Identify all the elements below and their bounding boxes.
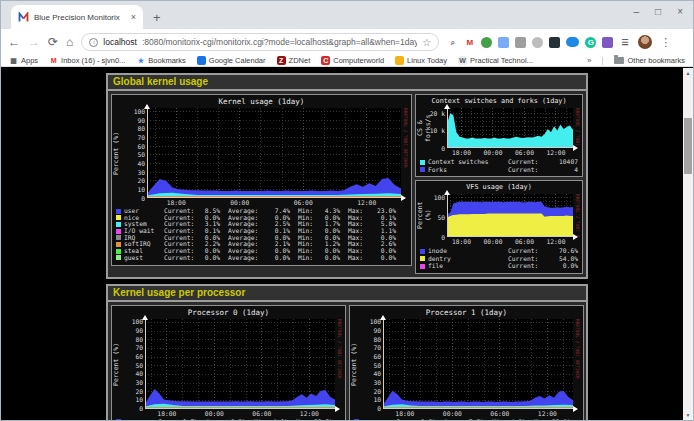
chart-vfs-usage: VFS usage (1day)Percent (%)050100RRDTOOL…	[415, 180, 583, 274]
plot-area	[147, 108, 401, 198]
bookmarks-bar: ▦AppsMInbox (16) - sjvn0...★BookmarksGoo…	[1, 55, 693, 67]
bookmark-item-3[interactable]: Google Calendar	[197, 56, 266, 65]
tab-close-icon[interactable]: ×	[131, 13, 136, 22]
plot-area	[383, 319, 573, 409]
plot-area	[447, 108, 573, 148]
legend-swatch	[116, 229, 121, 234]
graph-legend: userCur:9.0%Avg:7.5%Min:4.3%Max:22.1%nic…	[350, 417, 583, 421]
y-axis-arrow	[444, 190, 450, 195]
legend-row: Context switchesCurrent:10407	[420, 158, 578, 166]
legend-swatch	[116, 222, 121, 227]
browser-menu-button[interactable]: ⋮	[660, 36, 671, 49]
other-bookmarks[interactable]: Other bookmarks	[614, 56, 685, 65]
bookmark-item-5[interactable]: CComputerworld	[321, 56, 384, 65]
legend-swatch	[116, 249, 121, 254]
legend-swatch	[116, 419, 121, 420]
legend-swatch	[116, 209, 121, 214]
y-axis-label: CS & forks/s	[416, 108, 425, 148]
bookmark-item-4[interactable]: ZZDNet	[277, 56, 311, 65]
y-axis-label: Percent (%)	[350, 319, 359, 409]
reload-button[interactable]: ⟳	[48, 36, 58, 48]
legend-swatch	[420, 167, 425, 172]
bookmarks-separator	[602, 57, 603, 65]
y-axis-arrow	[144, 104, 150, 109]
home-button[interactable]: ⌂	[66, 36, 73, 48]
legend-row: IRQCurrent:0.0%Average:0.0%Min:0.0%Max:0…	[116, 235, 407, 242]
bookmark-items: ▦AppsMInbox (16) - sjvn0...★BookmarksGoo…	[9, 56, 576, 65]
tab-list-extension-icon[interactable]: ☰	[619, 37, 630, 48]
y-axis-ticks: 010 k20 k	[425, 108, 447, 148]
forward-button[interactable]: →	[28, 36, 40, 48]
y-axis-ticks: 0102030405060708090100	[121, 108, 147, 198]
grammarly-extension-icon[interactable]: G	[585, 37, 596, 48]
graph-legend: userCur:9.7%Avg:8.3%Min:4.9%Max:22.5%nic…	[112, 417, 345, 421]
browser-window: { "browser": { "tab_title": "Blue Precis…	[0, 0, 694, 421]
dark-square-extension-icon[interactable]	[549, 37, 560, 48]
graph-legend: inodeCurrent:70.6%dentryCurrent:54.0%fil…	[416, 245, 582, 270]
section-title-kernel-usage-per-processor: Kernel usage per processor	[108, 286, 586, 302]
page-scrollbar[interactable]: ▲ ▼	[683, 68, 693, 420]
bookmark-label-6: Linux Today	[407, 56, 447, 65]
bookmark-label-4: ZDNet	[289, 56, 311, 65]
url-host: localhost	[103, 37, 137, 47]
chart-kernel-usage: Kernel usage (1day)Percent (%)0102030405…	[111, 94, 412, 266]
legend-row: ForksCurrent:4	[420, 166, 578, 174]
browser-titlebar: Blue Precision Monitorix × + – □ ×	[1, 1, 693, 29]
bookmark-icon-5: C	[321, 56, 330, 65]
window-minimize-button[interactable]: –	[634, 7, 640, 17]
graph-title: Context switches and forks (1day)	[416, 97, 582, 107]
bookmark-icon-0: ▦	[9, 56, 18, 65]
legend-row: softIRQCurrent:2.2%Average:2.1%Min:1.2%M…	[116, 241, 407, 248]
rrdtool-watermark: RRDTOOL / TOBI OETIKER	[573, 319, 580, 409]
browser-tab[interactable]: Blue Precision Monitorix ×	[11, 5, 143, 29]
browser-toolbar: ← → ⟳ ⌂ i localhost :8080/monitorix-cgi/…	[1, 29, 693, 55]
graph-title: VFS usage (1day)	[416, 183, 582, 193]
bookmark-item-6[interactable]: Linux Today	[395, 56, 447, 65]
legend-row: dentryCurrent:54.0%	[420, 255, 578, 263]
legend-swatch	[420, 264, 425, 269]
legend-swatch	[354, 419, 359, 420]
scrollbar-thumb[interactable]	[684, 118, 692, 174]
bookmark-star-icon[interactable]: ☆	[422, 37, 431, 48]
other-bookmarks-label: Other bookmarks	[627, 56, 685, 65]
cookie-extension-icon[interactable]	[532, 37, 543, 48]
search-extension-icon[interactable]: ⌕	[447, 37, 458, 48]
bookmark-icon-4: Z	[277, 56, 286, 65]
bookmarks-overflow-chevron[interactable]: »	[587, 56, 591, 65]
new-tab-button[interactable]: +	[153, 11, 161, 24]
section-title-global-kernel-usage: Global kernel usage	[108, 75, 586, 91]
back-button[interactable]: ←	[8, 36, 20, 48]
graph-title: Kernel usage (1day)	[112, 97, 411, 107]
rrdtool-watermark: RRDTOOL / TOBI OETIKER	[573, 194, 580, 237]
bookmark-item-7[interactable]: WPractical Technol...	[458, 56, 533, 65]
legend-row: stealCurrent:0.0%Average:0.0%Min:0.0%Max…	[116, 248, 407, 255]
gray-square-extension-icon[interactable]	[515, 37, 526, 48]
profile-avatar[interactable]	[638, 35, 652, 49]
section-kernel-usage-per-processor: Kernel usage per processor Processor 0 (…	[106, 284, 588, 421]
legend-swatch	[420, 256, 425, 261]
scrollbar-down-arrow[interactable]: ▼	[683, 410, 693, 420]
page-info-icon[interactable]: i	[89, 38, 98, 47]
gmail-extension-icon[interactable]: M	[464, 37, 475, 48]
puzzle-extension-icon[interactable]	[602, 37, 613, 48]
legend-swatch	[116, 242, 121, 247]
scrollbar-up-arrow[interactable]: ▲	[683, 68, 693, 78]
page-content: Global kernel usage Kernel usage (1day)P…	[1, 68, 693, 420]
y-axis-arrow	[380, 315, 386, 320]
chart-processor-0: Processor 0 (1day)Percent (%)01020304050…	[111, 305, 346, 421]
copy-pages-extension-icon[interactable]	[498, 37, 509, 48]
chart-context-switches: Context switches and forks (1day)CS & fo…	[415, 94, 583, 177]
bookmark-item-0[interactable]: ▦Apps	[9, 56, 38, 65]
y-axis-ticks: 050100	[425, 194, 447, 237]
window-close-button[interactable]: ×	[677, 7, 683, 17]
legend-swatch	[116, 235, 121, 240]
bookmark-label-3: Google Calendar	[209, 56, 266, 65]
green-circle-extension-icon[interactable]	[481, 37, 492, 48]
window-maximize-button[interactable]: □	[655, 7, 661, 17]
blue-pill-extension-icon[interactable]	[566, 37, 579, 47]
rrdtool-watermark: RRDTOOL / TOBI OETIKER	[573, 108, 580, 148]
address-bar[interactable]: i localhost :8080/monitorix-cgi/monitori…	[81, 33, 439, 51]
bookmark-item-1[interactable]: MInbox (16) - sjvn0...	[49, 56, 125, 65]
y-axis-arrow	[444, 104, 450, 109]
bookmark-item-2[interactable]: ★Bookmarks	[136, 56, 186, 65]
